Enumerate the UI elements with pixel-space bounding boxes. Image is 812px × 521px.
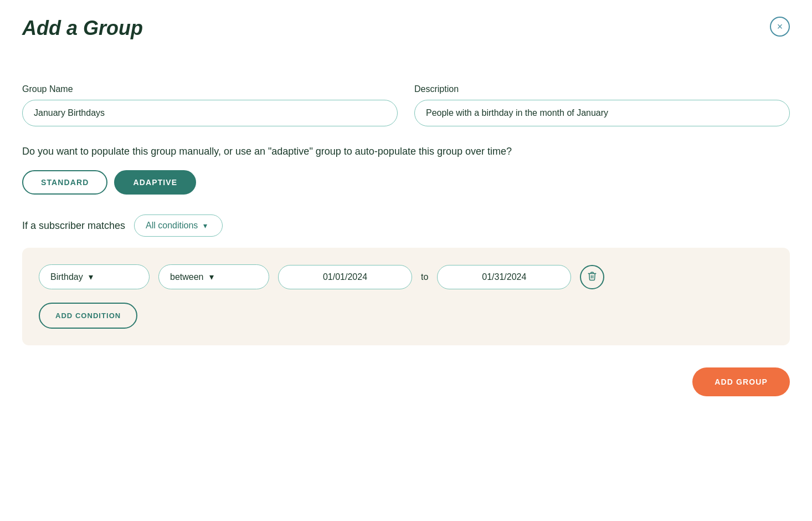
condition-row: Birthday ▾ between ▾ to: [39, 264, 773, 289]
description-label: Description: [414, 84, 790, 94]
adaptive-button[interactable]: ADAPTIVE: [114, 170, 196, 195]
add-condition-button[interactable]: ADD CONDITION: [39, 303, 137, 329]
conditions-panel: Birthday ▾ between ▾ to ADD CONDITION: [22, 248, 790, 345]
close-button[interactable]: ×: [770, 17, 790, 37]
condition-operator-dropdown[interactable]: between ▾: [158, 264, 269, 289]
condition-field-value: Birthday: [50, 272, 83, 282]
condition-date-from[interactable]: [278, 265, 412, 289]
population-question: Do you want to populate this group manua…: [22, 144, 790, 159]
subscriber-match-row: If a subscriber matches All conditions ▾: [22, 214, 790, 237]
page-title: Add a Group: [22, 17, 143, 40]
population-section: Do you want to populate this group manua…: [22, 144, 790, 195]
group-name-field-group: Group Name: [22, 84, 398, 126]
description-field-group: Description: [414, 84, 790, 126]
subscriber-match-label: If a subscriber matches: [22, 220, 125, 232]
delete-condition-button[interactable]: [580, 265, 604, 289]
population-toggle-group: STANDARD ADAPTIVE: [22, 170, 790, 195]
condition-field-dropdown[interactable]: Birthday ▾: [39, 264, 150, 289]
conditions-dropdown-value: All conditions: [146, 221, 198, 231]
condition-field-arrow: ▾: [89, 272, 93, 282]
group-name-label: Group Name: [22, 84, 398, 94]
description-input[interactable]: [414, 100, 790, 126]
condition-operator-arrow: ▾: [209, 272, 214, 282]
conditions-dropdown[interactable]: All conditions ▾: [134, 214, 223, 237]
add-group-button[interactable]: ADD GROUP: [692, 367, 790, 396]
group-name-input[interactable]: [22, 100, 398, 126]
condition-date-to[interactable]: [437, 265, 571, 289]
footer-row: ADD GROUP: [22, 367, 790, 396]
standard-button[interactable]: STANDARD: [22, 170, 107, 195]
conditions-dropdown-arrow: ▾: [203, 221, 207, 230]
condition-to-label: to: [421, 272, 428, 282]
trash-icon: [587, 271, 597, 283]
condition-operator-value: between: [170, 272, 204, 282]
